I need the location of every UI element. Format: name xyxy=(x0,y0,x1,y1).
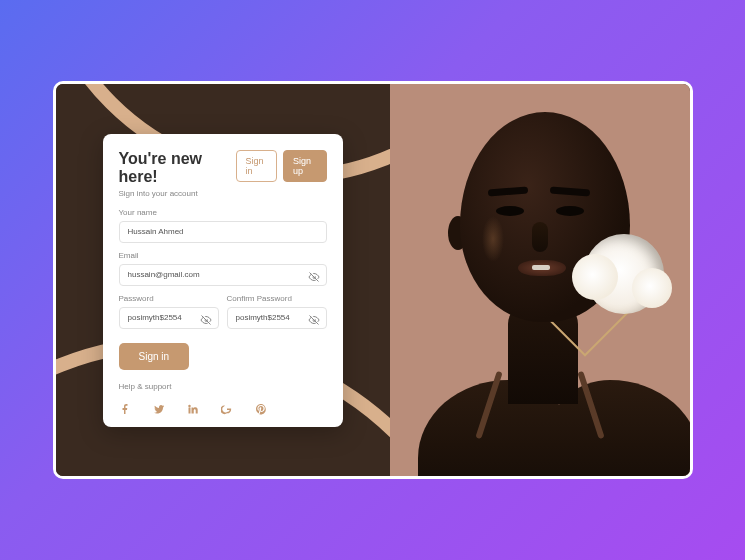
auth-tabs: Sign in Sign up xyxy=(236,150,327,182)
name-label: Your name xyxy=(119,208,327,217)
tab-signin[interactable]: Sign in xyxy=(236,150,277,182)
confirm-password-label: Confirm Password xyxy=(227,294,327,303)
signup-window: You're new here! Sign into your account … xyxy=(53,81,693,479)
tab-signup[interactable]: Sign up xyxy=(283,150,327,182)
pinterest-icon[interactable] xyxy=(255,401,267,413)
confirm-password-input-wrap[interactable] xyxy=(227,307,327,329)
email-input[interactable] xyxy=(128,270,318,279)
password-input-wrap[interactable] xyxy=(119,307,219,329)
flower-icon xyxy=(584,234,664,314)
social-row xyxy=(119,401,327,413)
card-heading: You're new here! Sign into your account xyxy=(119,150,230,198)
facebook-icon[interactable] xyxy=(119,401,131,413)
password-label: Password xyxy=(119,294,219,303)
card-subtitle: Sign into your account xyxy=(119,189,230,198)
card-header: You're new here! Sign into your account … xyxy=(119,150,327,198)
name-input[interactable] xyxy=(128,227,318,236)
eye-off-icon[interactable] xyxy=(308,312,320,324)
twitter-icon[interactable] xyxy=(153,401,165,413)
password-row: Password Confirm Password xyxy=(119,286,327,329)
signup-card: You're new here! Sign into your account … xyxy=(103,134,343,427)
linkedin-icon[interactable] xyxy=(187,401,199,413)
hero-portrait xyxy=(390,84,690,476)
hero-image-pane xyxy=(390,84,690,476)
email-label: Email xyxy=(119,251,327,260)
eye-off-icon[interactable] xyxy=(200,312,212,324)
form-pane: You're new here! Sign into your account … xyxy=(56,84,390,476)
card-title: You're new here! xyxy=(119,150,230,186)
google-icon[interactable] xyxy=(221,401,233,413)
password-input[interactable] xyxy=(128,313,210,322)
submit-button[interactable]: Sign in xyxy=(119,343,190,370)
email-input-wrap[interactable] xyxy=(119,264,327,286)
name-input-wrap[interactable] xyxy=(119,221,327,243)
confirm-password-input[interactable] xyxy=(236,313,318,322)
eye-off-icon[interactable] xyxy=(308,269,320,281)
help-support-link[interactable]: Help & support xyxy=(119,382,327,391)
